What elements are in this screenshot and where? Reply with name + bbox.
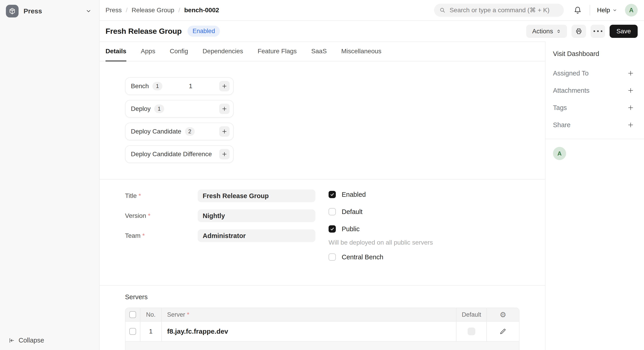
edit-pencil-icon[interactable]	[499, 327, 507, 335]
required-marker: *	[142, 232, 145, 239]
tab-bar: Details Apps Config Dependencies Feature…	[100, 42, 545, 62]
card-label: Deploy	[131, 105, 150, 112]
add-attachment-button[interactable]	[627, 87, 634, 94]
field-team: Team*	[125, 229, 316, 242]
count-badge: 2	[185, 127, 195, 136]
servers-table-footer	[126, 341, 519, 350]
public-checkbox-description: Will be deployed on all public servers	[328, 239, 433, 246]
row-cell-server[interactable]: f8.jay.fc.frappe.dev	[162, 322, 456, 341]
global-search[interactable]	[434, 4, 564, 17]
default-disabled-checkbox	[468, 327, 475, 335]
tab-apps[interactable]: Apps	[141, 42, 155, 62]
share-button[interactable]	[627, 122, 634, 128]
breadcrumb: Press / Release Group / bench-0002	[106, 7, 219, 14]
breadcrumb-current: bench-0002	[184, 7, 219, 14]
add-tag-button[interactable]	[627, 104, 634, 111]
collapse-sidebar-button[interactable]: Collapse	[8, 337, 44, 344]
add-deploy-button[interactable]	[219, 104, 230, 114]
status-badge: Enabled	[188, 26, 220, 37]
notifications-bell-icon[interactable]	[573, 6, 582, 15]
tab-details[interactable]: Details	[106, 42, 126, 62]
header-cell-no: No.	[140, 308, 162, 321]
save-button[interactable]: Save	[610, 25, 638, 38]
header-cell-select	[126, 308, 140, 321]
help-menu[interactable]: Help	[597, 7, 617, 14]
printer-icon	[575, 28, 583, 35]
add-bench-button[interactable]	[219, 81, 230, 91]
panel-item-attachments: Attachments	[553, 87, 634, 94]
collapse-label: Collapse	[18, 337, 44, 344]
version-input[interactable]	[198, 209, 316, 222]
app-name: Press	[24, 7, 42, 15]
checkbox-label[interactable]: Central Bench	[342, 253, 383, 261]
checkbox-row-default: Default	[328, 208, 433, 215]
right-panel: Visit Dashboard Assigned To Attachments …	[546, 42, 644, 350]
add-assignment-button[interactable]	[627, 70, 634, 77]
print-button[interactable]	[572, 25, 586, 38]
count-badge: 1	[152, 82, 162, 91]
central-bench-checkbox[interactable]	[328, 253, 336, 261]
tab-saas[interactable]: SaaS	[311, 42, 327, 62]
required-marker: *	[187, 311, 190, 318]
header-cell-settings: ⚙	[487, 308, 519, 321]
field-version: Version*	[125, 209, 316, 222]
actions-label: Actions	[532, 28, 553, 35]
panel-item-assigned-to: Assigned To	[553, 69, 634, 77]
checkbox-row-central-bench: Central Bench	[328, 253, 433, 261]
row-select-checkbox[interactable]	[129, 328, 136, 335]
help-label: Help	[597, 7, 610, 14]
app-logo-icon	[6, 5, 18, 18]
more-icon	[594, 30, 602, 32]
add-deploy-candidate-difference-button[interactable]	[219, 149, 230, 159]
row-cell-select	[126, 322, 140, 341]
left-sidebar: Press Collapse	[0, 0, 100, 350]
app-switcher[interactable]: Press	[4, 4, 95, 18]
connections-section: Bench 1 1 Deploy 1	[100, 62, 545, 179]
row-cell-default	[456, 322, 487, 341]
top-navbar: Press / Release Group / bench-0002 Help	[100, 0, 644, 21]
tab-miscellaneous[interactable]: Miscellaneous	[341, 42, 381, 62]
select-all-checkbox[interactable]	[129, 311, 136, 318]
required-marker: *	[138, 192, 141, 199]
add-deploy-candidate-button[interactable]	[219, 126, 230, 137]
card-label: Bench	[131, 83, 149, 90]
connection-card-deploy-candidate[interactable]: Deploy Candidate 2	[125, 123, 234, 140]
form-checkboxes-column: Enabled Default Public Will be de	[328, 189, 433, 271]
connection-card-deploy-candidate-difference[interactable]: Deploy Candidate Difference	[125, 145, 234, 163]
panel-item-label: Share	[553, 121, 570, 129]
panel-divider	[546, 139, 644, 139]
default-checkbox[interactable]	[328, 208, 336, 215]
actions-dropdown-button[interactable]: Actions	[526, 25, 567, 38]
tab-dependencies[interactable]: Dependencies	[203, 42, 243, 62]
checkbox-label[interactable]: Default	[342, 208, 362, 216]
panel-item-label: Attachments	[553, 87, 590, 94]
required-marker: *	[148, 212, 150, 219]
checkbox-label[interactable]: Public	[342, 225, 360, 233]
title-input[interactable]	[198, 189, 316, 202]
more-options-button[interactable]	[590, 25, 605, 38]
checkbox-label[interactable]: Enabled	[342, 191, 366, 198]
panel-item-label: Tags	[553, 104, 567, 112]
user-avatar[interactable]: A	[625, 4, 638, 17]
visit-dashboard-link[interactable]: Visit Dashboard	[553, 50, 634, 58]
breadcrumb-press[interactable]: Press	[106, 7, 122, 14]
content-scroll: Bench 1 1 Deploy 1	[100, 62, 545, 350]
breadcrumb-release-group[interactable]: Release Group	[132, 7, 174, 14]
chevron-down-icon	[612, 8, 617, 13]
enabled-checkbox[interactable]	[328, 191, 336, 198]
field-title: Title*	[125, 189, 316, 202]
public-checkbox[interactable]	[328, 225, 336, 233]
header-cell-server: Server*	[162, 308, 456, 321]
search-input[interactable]	[450, 7, 562, 14]
tab-config[interactable]: Config	[170, 42, 188, 62]
main-column: Press / Release Group / bench-0002 Help	[100, 0, 644, 350]
team-input[interactable]	[198, 229, 316, 242]
card-label: Deploy Candidate	[131, 128, 182, 135]
gear-icon[interactable]: ⚙	[500, 310, 506, 319]
connection-card-bench[interactable]: Bench 1 1	[125, 77, 234, 95]
tab-feature-flags[interactable]: Feature Flags	[258, 42, 297, 62]
details-form-section: Title* Version* Team*	[100, 179, 545, 285]
field-label: Team*	[125, 232, 198, 239]
connection-card-deploy[interactable]: Deploy 1	[125, 100, 234, 118]
body-row: Details Apps Config Dependencies Feature…	[100, 42, 644, 350]
